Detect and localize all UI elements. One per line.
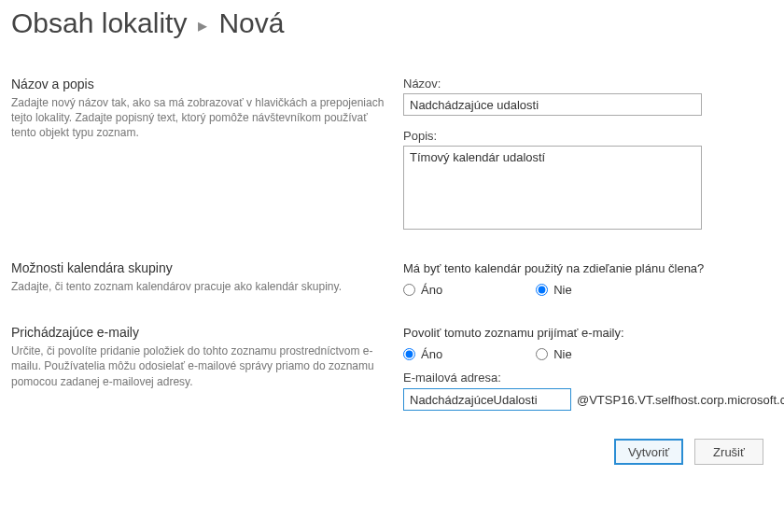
name-label: Názov: [403, 77, 773, 91]
description-label: Popis: [403, 129, 773, 143]
radio-label-no: Nie [553, 347, 572, 361]
incoming-email-yes-radio[interactable] [403, 348, 415, 360]
cancel-button[interactable]: Zrušiť [694, 439, 763, 465]
group-calendar-yes-option[interactable]: Áno [403, 283, 442, 297]
section-name-description: Názov a popis Zadajte nový názov tak, ak… [11, 77, 773, 232]
group-calendar-no-option[interactable]: Nie [536, 283, 572, 297]
radio-label-yes: Áno [421, 347, 442, 361]
radio-label-no: Nie [553, 283, 572, 297]
breadcrumb-parent[interactable]: Obsah lokality [11, 7, 187, 39]
section-help: Určite, či povolíte pridanie položiek do… [11, 343, 385, 389]
group-calendar-question: Má byť tento kalendár použitý na zdieľan… [403, 260, 773, 277]
description-textarea[interactable] [403, 146, 702, 230]
name-input[interactable] [403, 93, 702, 116]
section-heading: Prichádzajúce e-maily [11, 325, 385, 340]
create-button[interactable]: Vytvoriť [614, 439, 683, 465]
section-help: Zadajte nový názov tak, ako sa má zobraz… [11, 95, 385, 141]
breadcrumb-current: Nová [218, 7, 284, 39]
email-address-label: E-mailová adresa: [403, 371, 784, 385]
button-row: Vytvoriť Zrušiť [11, 439, 773, 465]
incoming-email-question: Povoliť tomuto zoznamu prijímať e-maily: [403, 325, 784, 342]
incoming-email-no-option[interactable]: Nie [536, 347, 572, 361]
group-calendar-yes-radio[interactable] [403, 284, 415, 296]
breadcrumb: Obsah lokality ▸ Nová [11, 7, 773, 39]
section-incoming-email: Prichádzajúce e-maily Určite, či povolít… [11, 325, 773, 411]
section-heading: Možnosti kalendára skupiny [11, 260, 385, 275]
email-address-input[interactable] [403, 388, 571, 411]
section-heading: Názov a popis [11, 77, 385, 91]
chevron-right-icon: ▸ [198, 14, 207, 36]
email-address-suffix: @VTSP16.VT.selfhost.corp.microsoft.com [577, 393, 784, 407]
section-group-calendar: Možnosti kalendára skupiny Zadajte, či t… [11, 260, 773, 297]
group-calendar-no-radio[interactable] [536, 284, 548, 296]
radio-label-yes: Áno [421, 283, 442, 297]
incoming-email-yes-option[interactable]: Áno [403, 347, 442, 361]
incoming-email-no-radio[interactable] [536, 348, 548, 360]
section-help: Zadajte, či tento zoznam kalendárov prac… [11, 279, 385, 294]
